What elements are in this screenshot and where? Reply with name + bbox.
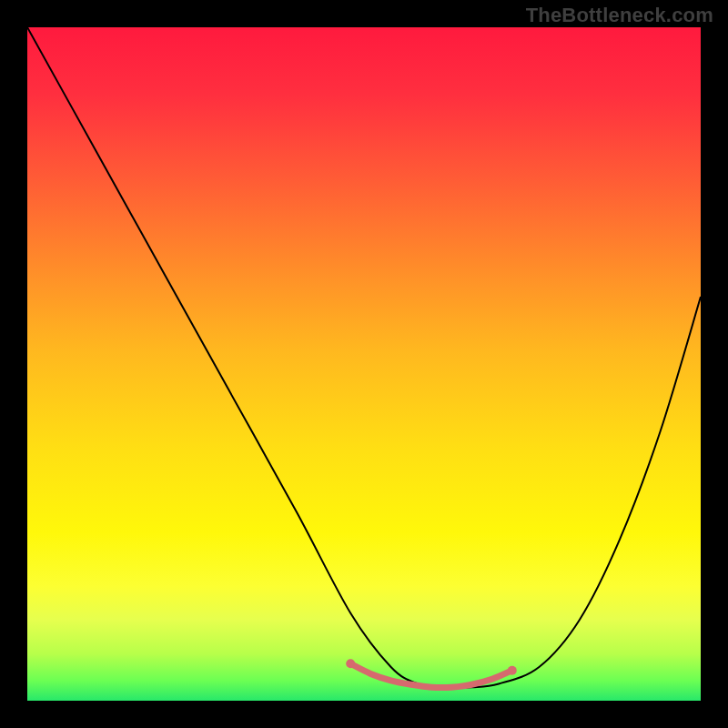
chart-stage: TheBottleneck.com [0, 0, 728, 728]
marker-band-stroke [350, 663, 512, 687]
plot-area [27, 27, 701, 701]
chart-svg [27, 27, 701, 701]
curve-path [27, 27, 701, 688]
watermark-label: TheBottleneck.com [526, 4, 713, 27]
curve-line [27, 27, 701, 688]
marker-band-path [350, 663, 512, 687]
